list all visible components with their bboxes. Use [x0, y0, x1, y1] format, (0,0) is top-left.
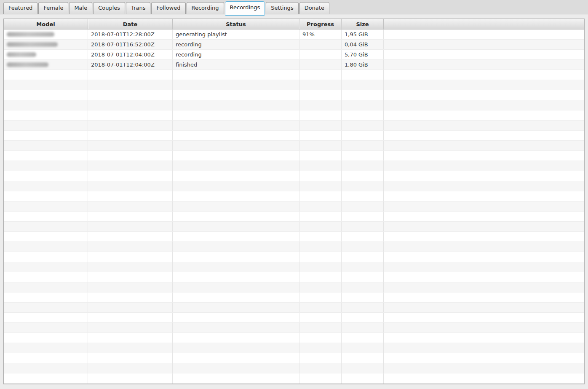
model-cell	[4, 50, 88, 59]
empty-cell	[4, 323, 88, 333]
column-header-progress[interactable]: Progress	[299, 19, 342, 29]
empty-cell	[4, 363, 88, 373]
empty-cell	[299, 212, 342, 221]
tab-followed[interactable]: Followed	[151, 2, 185, 14]
column-header-size[interactable]: Size	[342, 19, 384, 29]
empty-cell	[173, 100, 299, 110]
empty-row	[4, 282, 584, 292]
column-header-model[interactable]: Model	[4, 19, 88, 29]
date-cell: 2018-07-01T12:04:00Z	[88, 50, 173, 59]
tab-couples[interactable]: Couples	[93, 2, 125, 14]
tab-donate[interactable]: Donate	[299, 2, 329, 14]
empty-cell	[384, 100, 584, 110]
empty-cell	[88, 373, 173, 384]
empty-cell	[4, 80, 88, 90]
empty-cell	[173, 110, 299, 120]
empty-cell	[299, 151, 342, 161]
empty-cell	[88, 161, 173, 171]
empty-cell	[384, 303, 584, 312]
empty-cell	[88, 353, 173, 363]
date-cell: 2018-07-01T12:04:00Z	[88, 60, 173, 70]
empty-cell	[173, 363, 299, 373]
redacted-model-name	[7, 32, 54, 37]
empty-cell	[384, 121, 584, 130]
empty-cell	[384, 171, 584, 181]
empty-cell	[88, 303, 173, 312]
size-cell: 5,70 GiB	[342, 50, 384, 59]
empty-cell	[299, 131, 342, 140]
empty-cell	[299, 191, 342, 201]
empty-cell	[88, 90, 173, 100]
empty-cell	[299, 232, 342, 241]
status-cell: generating playlist	[173, 30, 299, 39]
empty-row	[4, 272, 584, 282]
empty-row	[4, 252, 584, 262]
empty-cell	[173, 313, 299, 322]
model-cell	[4, 40, 88, 49]
empty-row	[4, 181, 584, 191]
empty-row	[4, 232, 584, 242]
column-header-date[interactable]: Date	[88, 19, 173, 29]
empty-cell	[384, 141, 584, 150]
empty-row	[4, 161, 584, 171]
empty-cell	[342, 80, 384, 90]
recording-row[interactable]: 2018-07-01T12:04:00Zrecording5,70 GiB	[4, 50, 584, 60]
tab-male[interactable]: Male	[69, 2, 92, 14]
empty-cell	[88, 110, 173, 120]
tab-featured[interactable]: Featured	[3, 2, 37, 14]
empty-row	[4, 100, 584, 110]
empty-cell	[4, 70, 88, 80]
empty-cell	[173, 171, 299, 181]
empty-cell	[342, 252, 384, 262]
empty-cell	[299, 80, 342, 90]
empty-cell	[342, 343, 384, 353]
empty-cell	[4, 90, 88, 100]
empty-cell	[299, 100, 342, 110]
empty-cell	[342, 333, 384, 343]
empty-cell	[384, 191, 584, 201]
empty-cell	[4, 242, 88, 252]
empty-cell	[384, 201, 584, 211]
empty-cell	[4, 272, 88, 282]
empty-cell	[4, 110, 88, 120]
empty-cell	[342, 292, 384, 302]
empty-cell	[342, 212, 384, 221]
empty-row	[4, 121, 584, 131]
recording-row[interactable]: 2018-07-01T12:04:00Zfinished1,80 GiB	[4, 60, 584, 70]
recording-row[interactable]: 2018-07-01T16:52:00Zrecording0,04 GiB	[4, 40, 584, 50]
column-header-status[interactable]: Status	[173, 19, 299, 29]
empty-cell	[342, 171, 384, 181]
empty-row	[4, 373, 584, 384]
empty-cell	[384, 323, 584, 333]
empty-cell	[88, 242, 173, 252]
empty-cell	[4, 373, 88, 384]
empty-cell	[173, 292, 299, 302]
tab-trans[interactable]: Trans	[126, 2, 150, 14]
empty-cell	[173, 212, 299, 221]
empty-cell	[173, 242, 299, 252]
empty-cell	[299, 313, 342, 322]
empty-cell	[4, 343, 88, 353]
tab-settings[interactable]: Settings	[266, 2, 298, 14]
recording-row[interactable]: 2018-07-01T12:28:00Zgenerating playlist9…	[4, 30, 584, 40]
empty-cell	[384, 282, 584, 292]
empty-cell	[384, 313, 584, 322]
empty-cell	[299, 363, 342, 373]
redacted-model-name	[7, 52, 36, 57]
notebook-page: ModelDateStatusProgressSize 2018-07-01T1…	[0, 14, 588, 389]
empty-cell	[299, 171, 342, 181]
empty-cell	[4, 222, 88, 231]
empty-cell	[299, 222, 342, 231]
tab-recordings[interactable]: Recordings	[225, 1, 265, 16]
progress-cell	[299, 60, 342, 70]
tab-recording[interactable]: Recording	[187, 2, 224, 14]
empty-cell	[384, 151, 584, 161]
empty-cell	[88, 343, 173, 353]
empty-cell	[173, 252, 299, 262]
tab-female[interactable]: Female	[38, 2, 68, 14]
empty-cell	[173, 222, 299, 231]
recordings-table: ModelDateStatusProgressSize 2018-07-01T1…	[3, 19, 585, 384]
empty-row	[4, 303, 584, 313]
empty-cell	[342, 151, 384, 161]
empty-row	[4, 80, 584, 90]
